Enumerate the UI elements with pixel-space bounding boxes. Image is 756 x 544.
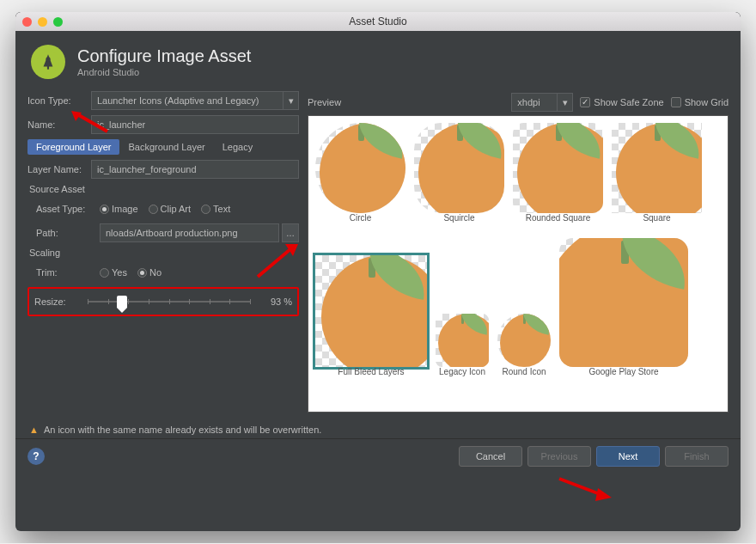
dialog-footer: ? Cancel Previous Next Finish	[15, 439, 741, 477]
scaling-title: Scaling	[27, 248, 299, 258]
dialog-header: Configure Image Asset Android Studio	[15, 31, 741, 88]
slider-thumb-icon[interactable]	[117, 296, 127, 308]
path-input[interactable]: nloads/Artboard production.png	[100, 223, 279, 242]
trim-yes[interactable]: Yes	[100, 267, 127, 278]
icon-type-select[interactable]: Launcher Icons (Adaptive and Legacy) ▾	[91, 91, 299, 110]
preview-panel: Preview xhdpi ▾ Show Safe Zone Show Grid…	[308, 91, 729, 413]
browse-path-button[interactable]: …	[282, 223, 299, 242]
preview-circle: Circle	[315, 123, 405, 223]
finish-button[interactable]: Finish	[665, 446, 729, 467]
preview-legacy-icon: Legacy Icon	[436, 314, 489, 376]
grid-checkbox[interactable]: Show Grid	[671, 97, 729, 107]
resize-value: 93 %	[258, 296, 292, 307]
resize-label: Resize:	[34, 296, 81, 307]
resize-slider[interactable]	[88, 301, 251, 303]
preview-full-bleed: Full Bleed Layers	[315, 255, 427, 376]
svg-rect-1	[47, 61, 49, 70]
preview-rounded-square: Rounded Square	[513, 123, 603, 223]
preview-square: Square	[612, 123, 702, 223]
asset-type-label: Asset Type:	[36, 204, 100, 214]
density-select[interactable]: xhdpi ▾	[511, 93, 573, 112]
next-button[interactable]: Next	[596, 446, 660, 467]
layer-name-label: Layer Name:	[27, 164, 91, 174]
resize-highlight: Resize: 93 %	[27, 287, 299, 316]
asset-studio-window: Asset Studio Configure Image Asset Andro…	[15, 12, 741, 531]
config-panel: Icon Type: Launcher Icons (Adaptive and …	[27, 91, 299, 413]
chevron-down-icon: ▾	[283, 92, 298, 109]
preview-play-store: Google Play Store	[559, 238, 688, 376]
tab-legacy[interactable]: Legacy	[214, 139, 261, 155]
chevron-down-icon: ▾	[557, 94, 572, 111]
preview-label: Preview	[308, 97, 341, 107]
previous-button[interactable]: Previous	[527, 446, 591, 467]
preview-area: Circle Squircle Rounded Square Square	[308, 115, 729, 413]
source-asset-title: Source Asset	[27, 184, 299, 194]
icon-type-label: Icon Type:	[27, 95, 91, 106]
asset-type-text[interactable]: Text	[201, 204, 230, 214]
path-label: Path:	[36, 228, 100, 238]
trim-label: Trim:	[36, 267, 100, 278]
titlebar: Asset Studio	[15, 12, 741, 31]
preview-squircle: Squircle	[414, 123, 504, 223]
android-studio-icon	[31, 45, 65, 79]
name-input[interactable]: ic_launcher	[91, 115, 299, 134]
asset-type-image[interactable]: Image	[100, 204, 138, 214]
warning-icon: ▲	[29, 425, 39, 435]
asset-type-clipart[interactable]: Clip Art	[149, 204, 191, 214]
help-button[interactable]: ?	[27, 448, 45, 465]
trim-radios: Yes No	[100, 267, 162, 278]
name-label: Name:	[27, 119, 91, 130]
cancel-button[interactable]: Cancel	[459, 446, 522, 467]
svg-point-2	[46, 57, 50, 61]
window-title: Asset Studio	[15, 15, 741, 28]
asset-type-radios: Image Clip Art Text	[100, 204, 230, 214]
page-title: Configure Image Asset	[77, 46, 251, 66]
tab-foreground-layer[interactable]: Foreground Layer	[27, 139, 119, 155]
page-subtitle: Android Studio	[77, 67, 251, 77]
trim-no[interactable]: No	[137, 267, 162, 278]
preview-round-icon: Round Icon	[497, 314, 551, 376]
annotation-arrow	[555, 474, 615, 504]
layer-name-input[interactable]: ic_launcher_foreground	[91, 160, 299, 179]
safe-zone-checkbox[interactable]: Show Safe Zone	[580, 97, 663, 107]
overwrite-warning: ▲ An icon with the same name already exi…	[15, 418, 741, 438]
tab-background-layer[interactable]: Background Layer	[119, 139, 213, 155]
